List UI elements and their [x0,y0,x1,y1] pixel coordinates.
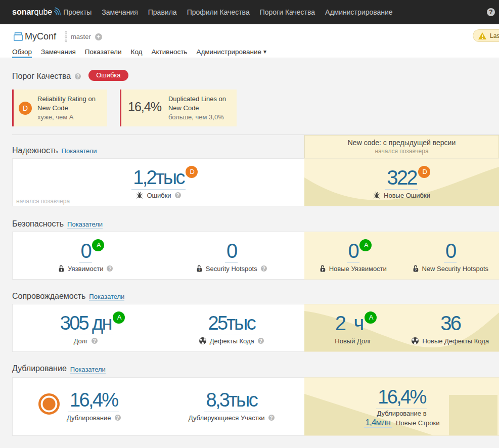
svg-text:?: ? [198,267,201,272]
svg-text:?: ? [415,267,417,272]
